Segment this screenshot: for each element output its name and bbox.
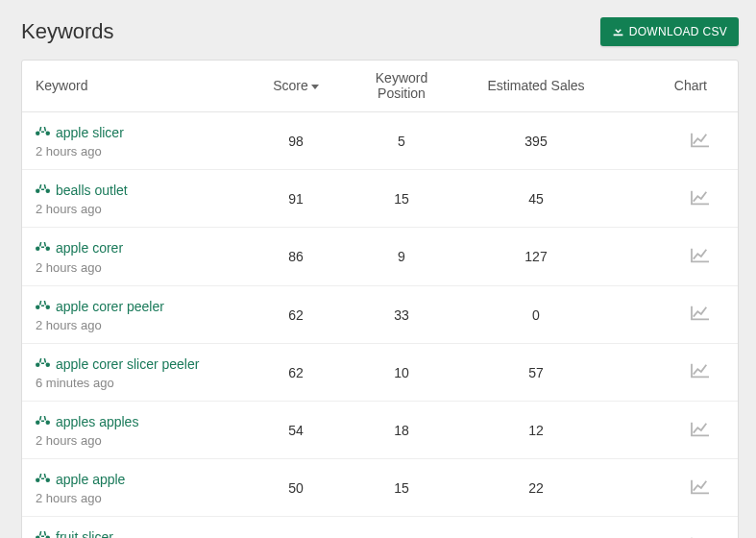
chart-icon[interactable]: [690, 247, 711, 264]
keyword-time: 2 hours ago: [36, 433, 239, 448]
sales-cell: 127: [464, 228, 608, 285]
keyword-time: 6 minutes ago: [36, 376, 239, 390]
binoculars-icon: [36, 298, 50, 315]
sales-cell: 12: [464, 401, 608, 458]
keyword-link[interactable]: apple apple: [36, 471, 239, 488]
sales-cell: 45: [464, 170, 608, 228]
table-row: apple apple2 hours ago501522: [22, 459, 738, 517]
score-cell: 62: [253, 343, 339, 401]
keyword-link[interactable]: apple slicer: [36, 124, 239, 141]
chart-icon[interactable]: [690, 478, 711, 496]
page-title: Keywords: [21, 19, 114, 44]
sales-cell: 9: [464, 517, 608, 538]
column-header-chart: Chart: [608, 61, 738, 112]
keyword-text: apples apples: [56, 413, 138, 430]
column-header-sales[interactable]: Estimated Sales: [464, 61, 608, 112]
column-header-score[interactable]: Score: [253, 61, 339, 112]
column-header-keyword[interactable]: Keyword: [22, 61, 253, 112]
keyword-text: bealls outlet: [56, 182, 128, 199]
chart-icon[interactable]: [690, 305, 711, 322]
keyword-link[interactable]: bealls outlet: [36, 182, 239, 199]
table-row: apple corer peeler2 hours ago62330: [22, 285, 738, 343]
score-cell: 54: [253, 401, 339, 458]
binoculars-icon: [36, 239, 50, 257]
table-row: apples apples2 hours ago541812: [22, 401, 738, 458]
sort-desc-icon: [311, 85, 319, 89]
keyword-text: apple apple: [56, 471, 125, 488]
download-csv-button[interactable]: DOWNLOAD CSV: [600, 17, 739, 46]
binoculars-icon: [36, 355, 50, 373]
position-cell: 10: [339, 343, 464, 401]
sales-cell: 395: [464, 112, 608, 170]
table-row: apple corer slicer peeler6 minutes ago62…: [22, 343, 738, 401]
binoculars-icon: [36, 124, 50, 141]
keyword-link[interactable]: apple corer peeler: [36, 298, 239, 315]
score-label: Score: [273, 78, 308, 93]
chart-icon[interactable]: [690, 189, 711, 207]
keyword-time: 2 hours ago: [36, 491, 239, 505]
table-row: apple slicer2 hours ago985395: [22, 112, 738, 170]
chart-icon[interactable]: [690, 362, 711, 379]
position-cell: 22: [339, 517, 464, 538]
keyword-text: apple corer slicer peeler: [56, 355, 199, 373]
position-cell: 9: [339, 228, 464, 285]
position-cell: 5: [339, 112, 464, 170]
keywords-table-panel: Keyword Score Keyword Position Estimated…: [21, 60, 739, 538]
keyword-text: apple corer: [56, 239, 123, 257]
keywords-table: Keyword Score Keyword Position Estimated…: [22, 61, 738, 538]
binoculars-icon: [36, 471, 50, 488]
table-row: apple corer2 hours ago869127: [22, 228, 738, 285]
position-cell: 15: [339, 459, 464, 517]
position-cell: 18: [339, 401, 464, 458]
keyword-text: apple slicer: [56, 124, 124, 141]
keyword-text: fruit slicer: [56, 528, 113, 538]
position-cell: 15: [339, 170, 464, 228]
chart-icon[interactable]: [690, 421, 711, 438]
keyword-time: 2 hours ago: [36, 318, 239, 332]
keyword-link[interactable]: apple corer: [36, 239, 239, 257]
keyword-link[interactable]: fruit slicer: [36, 528, 239, 538]
keyword-time: 2 hours ago: [36, 202, 239, 216]
binoculars-icon: [36, 182, 50, 199]
binoculars-icon: [36, 528, 50, 538]
score-cell: 41: [253, 517, 339, 538]
column-header-position[interactable]: Keyword Position: [339, 61, 464, 112]
keyword-time: 2 hours ago: [36, 144, 239, 159]
score-cell: 50: [253, 459, 339, 517]
score-cell: 91: [253, 170, 339, 228]
position-cell: 33: [339, 285, 464, 343]
score-cell: 98: [253, 112, 339, 170]
download-icon: [612, 24, 624, 39]
sales-cell: 57: [464, 343, 608, 401]
score-cell: 62: [253, 285, 339, 343]
keyword-link[interactable]: apple corer slicer peeler: [36, 355, 239, 373]
sales-cell: 22: [464, 459, 608, 517]
download-label: DOWNLOAD CSV: [629, 25, 727, 38]
binoculars-icon: [36, 413, 50, 430]
keyword-text: apple corer peeler: [56, 298, 164, 315]
table-row: bealls outlet2 hours ago911545: [22, 170, 738, 228]
keyword-link[interactable]: apples apples: [36, 413, 239, 430]
keyword-time: 2 hours ago: [36, 260, 239, 275]
sales-cell: 0: [464, 285, 608, 343]
chart-icon[interactable]: [690, 132, 711, 149]
score-cell: 86: [253, 228, 339, 285]
table-row: fruit slicer20 days ago41229: [22, 517, 738, 538]
